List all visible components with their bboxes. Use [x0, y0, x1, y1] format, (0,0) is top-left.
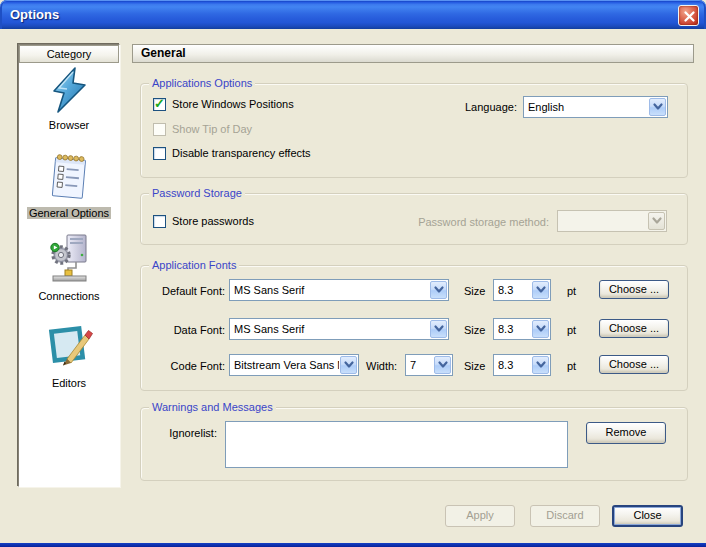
sidebar-item-connections[interactable]: Connections	[19, 232, 119, 302]
language-label: Language:	[441, 100, 517, 114]
checkbox-show-tip-of-day: Show Tip of Day	[153, 122, 252, 136]
default-font-label: Default Font:	[149, 284, 225, 298]
code-font-select[interactable]: Bitstream Vera Sans Mo	[229, 354, 359, 376]
sidebar-item-label: General Options	[19, 207, 119, 219]
pt-unit-label: pt	[567, 284, 576, 298]
category-list: Category Browser	[18, 44, 120, 487]
category-header: Category	[19, 45, 119, 63]
network-computer-icon	[45, 232, 93, 288]
code-font-size-select[interactable]: 8.3	[493, 354, 551, 376]
close-button[interactable]	[678, 5, 699, 26]
checkbox-unchecked-icon	[153, 123, 166, 136]
language-select[interactable]: English	[523, 96, 668, 118]
page-title: General	[132, 44, 694, 63]
chevron-down-icon	[648, 212, 665, 230]
code-font-value: Bitstream Vera Sans Mo	[234, 358, 339, 372]
group-caption: Warnings and Messages	[149, 401, 276, 413]
chevron-down-icon[interactable]	[340, 356, 357, 374]
chevron-down-icon[interactable]	[434, 356, 451, 374]
sidebar-item-editors[interactable]: Editors	[19, 317, 119, 389]
language-value: English	[528, 100, 648, 114]
checkbox-checked-icon[interactable]	[153, 98, 166, 111]
discard-button: Discard	[530, 505, 600, 527]
group-caption: Password Storage	[149, 187, 245, 199]
group-password-storage: Password Storage Store passwords Passwor…	[140, 193, 688, 245]
options-dialog: Options Category	[0, 0, 706, 547]
pt-unit-label: pt	[567, 359, 576, 373]
remove-button[interactable]: Remove	[586, 422, 666, 444]
checkbox-label: Show Tip of Day	[172, 123, 252, 135]
lightning-icon	[45, 65, 93, 117]
close-icon	[682, 9, 697, 24]
ignorelist-listbox[interactable]	[225, 421, 568, 468]
group-caption: Application Fonts	[149, 259, 239, 271]
sidebar-item-browser[interactable]: Browser	[19, 65, 119, 131]
data-font-label: Data Font:	[149, 323, 225, 337]
checkbox-store-windows-positions[interactable]: Store Windows Positions	[153, 97, 294, 111]
group-caption: Applications Options	[149, 77, 255, 89]
group-applications-options: Applications Options Store Windows Posit…	[140, 83, 688, 178]
sidebar-item-label: Browser	[19, 119, 119, 131]
data-font-select[interactable]: MS Sans Serif	[229, 318, 449, 340]
size-label: Size	[464, 359, 485, 373]
ignorelist-label: Ignorelist:	[149, 426, 217, 440]
apply-button: Apply	[445, 505, 515, 527]
chevron-down-icon[interactable]	[430, 320, 447, 338]
width-label: Width:	[366, 359, 397, 373]
titlebar[interactable]: Options	[0, 0, 706, 29]
code-font-size-value: 8.3	[498, 358, 531, 372]
chevron-down-icon[interactable]	[532, 356, 549, 374]
checkbox-disable-transparency[interactable]: Disable transparency effects	[153, 146, 311, 160]
code-font-label: Code Font:	[149, 359, 225, 373]
window-title: Options	[10, 7, 59, 22]
checkbox-unchecked-icon[interactable]	[153, 147, 166, 160]
choose-code-font-button[interactable]: Choose ...	[599, 355, 669, 374]
data-font-value: MS Sans Serif	[234, 322, 429, 336]
sidebar-item-label: Editors	[19, 377, 119, 389]
chevron-down-icon[interactable]	[532, 281, 549, 299]
size-label: Size	[464, 323, 485, 337]
editor-frame-pencil-icon	[45, 317, 93, 375]
choose-default-font-button[interactable]: Choose ...	[599, 280, 669, 299]
chevron-down-icon[interactable]	[430, 281, 447, 299]
data-font-size-value: 8.3	[498, 322, 531, 336]
checkbox-unchecked-icon[interactable]	[153, 215, 166, 228]
group-application-fonts: Application Fonts Default Font: MS Sans …	[140, 265, 688, 391]
checkbox-label: Store passwords	[172, 215, 254, 227]
pt-unit-label: pt	[567, 323, 576, 337]
checkbox-store-passwords[interactable]: Store passwords	[153, 214, 254, 228]
window-border-bottom	[0, 543, 706, 547]
code-font-width-value: 7	[410, 358, 433, 372]
choose-data-font-button[interactable]: Choose ...	[599, 319, 669, 338]
code-font-width-select[interactable]: 7	[405, 354, 453, 376]
notepad-icon	[45, 149, 93, 205]
size-label: Size	[464, 284, 485, 298]
default-font-size-select[interactable]: 8.3	[493, 279, 551, 301]
password-method-select	[557, 210, 667, 232]
sidebar-item-label: Connections	[19, 290, 119, 302]
group-warnings-messages: Warnings and Messages Ignorelist: Remove	[140, 407, 688, 481]
default-font-size-value: 8.3	[498, 283, 531, 297]
checkbox-label: Disable transparency effects	[172, 147, 311, 159]
checkbox-label: Store Windows Positions	[172, 98, 294, 110]
default-font-select[interactable]: MS Sans Serif	[229, 279, 449, 301]
chevron-down-icon[interactable]	[532, 320, 549, 338]
sidebar-item-general-options[interactable]: General Options	[19, 149, 119, 219]
chevron-down-icon[interactable]	[649, 98, 666, 116]
password-method-label: Password storage method:	[361, 215, 549, 229]
default-font-value: MS Sans Serif	[234, 283, 429, 297]
data-font-size-select[interactable]: 8.3	[493, 318, 551, 340]
close-dialog-button[interactable]: Close	[612, 505, 683, 527]
